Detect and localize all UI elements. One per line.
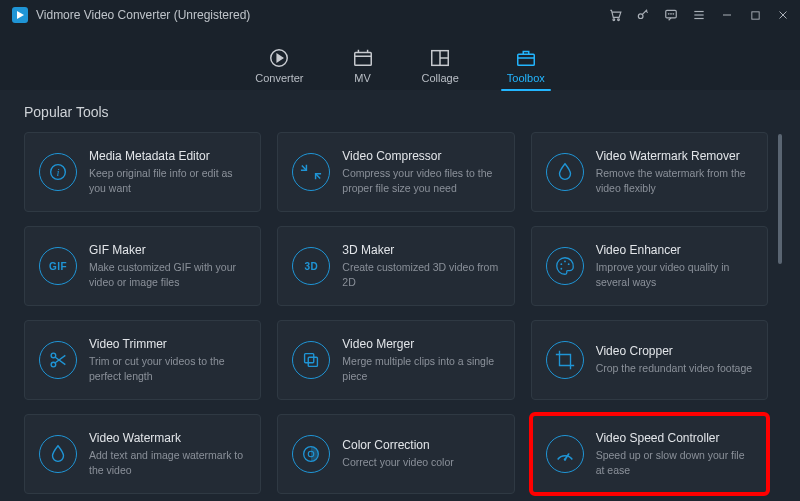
tool-card-video-watermark-remover[interactable]: Video Watermark RemoverRemove the waterm… <box>531 132 768 212</box>
tab-mv-label: MV <box>354 72 371 84</box>
tool-desc: Make customized GIF with your video or i… <box>89 260 246 288</box>
tool-desc: Crop the redundant video footage <box>596 361 752 375</box>
tool-texts: Video MergerMerge multiple clips into a … <box>342 337 499 382</box>
video-speed-controller-icon <box>546 435 584 473</box>
tool-card-gif-maker[interactable]: GIFGIF MakerMake customized GIF with you… <box>24 226 261 306</box>
scrollbar[interactable] <box>778 134 782 494</box>
title-left: Vidmore Video Converter (Unregistered) <box>12 7 250 23</box>
video-watermark-icon <box>39 435 77 473</box>
app-logo-icon <box>12 7 28 23</box>
app-title: Vidmore Video Converter (Unregistered) <box>36 8 250 22</box>
tool-title: Video Enhancer <box>596 243 753 257</box>
svg-marker-17 <box>278 54 284 61</box>
video-compressor-icon <box>292 153 330 191</box>
video-trimmer-icon <box>39 341 77 379</box>
video-merger-icon <box>292 341 330 379</box>
tool-title: Video Watermark Remover <box>596 149 753 163</box>
tool-title: Video Trimmer <box>89 337 246 351</box>
tool-texts: Video Speed ControllerSpeed up or slow d… <box>596 431 753 476</box>
tool-texts: Video EnhancerImprove your video quality… <box>596 243 753 288</box>
content-area: Popular Tools Media Metadata EditorKeep … <box>0 90 800 501</box>
svg-point-7 <box>671 14 672 15</box>
tool-desc: Keep original file info or edit as you w… <box>89 166 246 194</box>
video-cropper-icon <box>546 341 584 379</box>
tool-card-video-watermark[interactable]: Video WatermarkAdd text and image waterm… <box>24 414 261 494</box>
tool-desc: Improve your video quality in several wa… <box>596 260 753 288</box>
tool-card-video-merger[interactable]: Video MergerMerge multiple clips into a … <box>277 320 514 400</box>
svg-point-6 <box>668 14 669 15</box>
svg-point-4 <box>638 14 643 19</box>
feedback-icon[interactable] <box>664 8 678 22</box>
top-nav: Converter MV Collage Toolbox <box>0 30 800 90</box>
svg-point-2 <box>613 19 615 21</box>
tool-texts: Video WatermarkAdd text and image waterm… <box>89 431 246 476</box>
tool-card-video-cropper[interactable]: Video CropperCrop the redundant video fo… <box>531 320 768 400</box>
tools-grid: Media Metadata EditorKeep original file … <box>24 132 768 494</box>
minimize-button[interactable] <box>720 8 734 22</box>
tool-card-color-correction[interactable]: Color CorrectionCorrect your video color <box>277 414 514 494</box>
tab-collage[interactable]: Collage <box>422 47 459 90</box>
tool-title: Video Merger <box>342 337 499 351</box>
tool-texts: Media Metadata EditorKeep original file … <box>89 149 246 194</box>
tool-title: Color Correction <box>342 438 453 452</box>
tool-title: GIF Maker <box>89 243 246 257</box>
menu-icon[interactable] <box>692 8 706 22</box>
tool-texts: Video CompressorCompress your video file… <box>342 149 499 194</box>
tool-card-3d-maker[interactable]: 3D3D MakerCreate customized 3D video fro… <box>277 226 514 306</box>
tab-converter-label: Converter <box>255 72 303 84</box>
tool-texts: GIF MakerMake customized GIF with your v… <box>89 243 246 288</box>
tool-desc: Create customized 3D video from 2D <box>342 260 499 288</box>
tool-card-video-enhancer[interactable]: Video EnhancerImprove your video quality… <box>531 226 768 306</box>
tool-texts: Video TrimmerTrim or cut your videos to … <box>89 337 246 382</box>
tool-desc: Trim or cut your videos to the perfect l… <box>89 354 246 382</box>
tab-collage-label: Collage <box>422 72 459 84</box>
svg-point-3 <box>618 19 620 21</box>
svg-rect-18 <box>354 53 371 66</box>
tool-texts: Video CropperCrop the redundant video fo… <box>596 344 752 375</box>
tool-desc: Compress your video files to the proper … <box>342 166 499 194</box>
tools-grid-wrap: Media Metadata EditorKeep original file … <box>24 132 782 494</box>
close-button[interactable] <box>776 8 790 22</box>
video-enhancer-icon <box>546 247 584 285</box>
key-icon[interactable] <box>636 8 650 22</box>
title-right-controls <box>608 8 790 22</box>
maximize-button[interactable] <box>748 8 762 22</box>
tool-desc: Remove the watermark from the video flex… <box>596 166 753 194</box>
tab-converter[interactable]: Converter <box>255 47 303 90</box>
mv-icon <box>352 47 374 69</box>
tool-card-video-speed-controller[interactable]: Video Speed ControllerSpeed up or slow d… <box>531 414 768 494</box>
tool-title: Video Cropper <box>596 344 752 358</box>
color-correction-icon <box>292 435 330 473</box>
title-bar: Vidmore Video Converter (Unregistered) <box>0 0 800 30</box>
cart-icon[interactable] <box>608 8 622 22</box>
tab-mv[interactable]: MV <box>352 47 374 90</box>
tab-toolbox[interactable]: Toolbox <box>507 47 545 90</box>
tool-title: Video Compressor <box>342 149 499 163</box>
scrollbar-thumb[interactable] <box>778 134 782 264</box>
tab-toolbox-label: Toolbox <box>507 72 545 84</box>
tool-title: Video Speed Controller <box>596 431 753 445</box>
converter-icon <box>268 47 290 69</box>
tool-desc: Add text and image watermark to the vide… <box>89 448 246 476</box>
tool-card-media-metadata-editor[interactable]: Media Metadata EditorKeep original file … <box>24 132 261 212</box>
gif-maker-icon: GIF <box>39 247 77 285</box>
tool-title: Video Watermark <box>89 431 246 445</box>
video-watermark-remover-icon <box>546 153 584 191</box>
tool-desc: Correct your video color <box>342 455 453 469</box>
tool-card-video-compressor[interactable]: Video CompressorCompress your video file… <box>277 132 514 212</box>
collage-icon <box>429 47 451 69</box>
media-metadata-editor-icon <box>39 153 77 191</box>
tool-texts: Color CorrectionCorrect your video color <box>342 438 453 469</box>
tool-desc: Merge multiple clips into a single piece <box>342 354 499 382</box>
tool-title: 3D Maker <box>342 243 499 257</box>
tool-texts: Video Watermark RemoverRemove the waterm… <box>596 149 753 194</box>
svg-rect-22 <box>518 54 535 65</box>
tool-title: Media Metadata Editor <box>89 149 246 163</box>
3d-maker-icon: 3D <box>292 247 330 285</box>
section-title: Popular Tools <box>24 104 782 120</box>
tool-desc: Speed up or slow down your file at ease <box>596 448 753 476</box>
svg-rect-13 <box>751 11 758 18</box>
tool-card-video-trimmer[interactable]: Video TrimmerTrim or cut your videos to … <box>24 320 261 400</box>
svg-point-8 <box>673 14 674 15</box>
toolbox-icon <box>515 47 537 69</box>
